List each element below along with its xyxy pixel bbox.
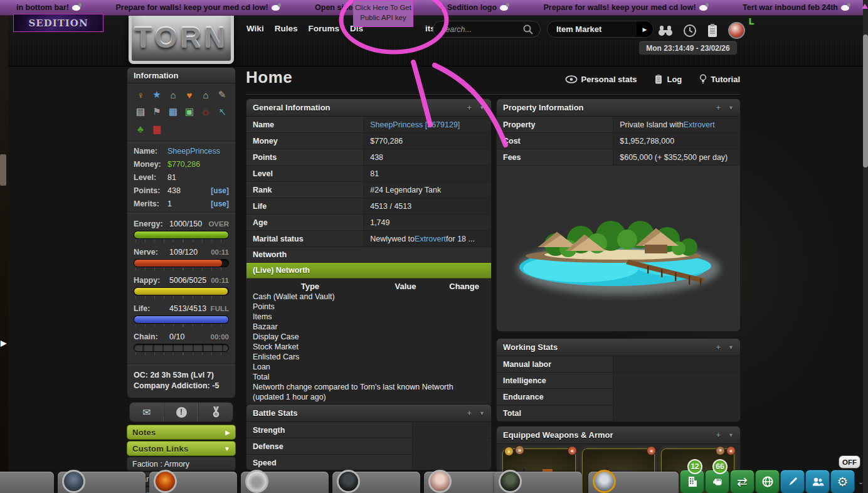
move-panel-icon[interactable]: + [716, 430, 721, 440]
bank-icon[interactable]: ⌂ [198, 89, 214, 100]
swap-button[interactable]: ⇄ [731, 470, 754, 493]
spouse-link[interactable]: Extrovert [684, 120, 715, 129]
mail-icon[interactable]: ✉ [130, 403, 164, 421]
building-icon [686, 475, 699, 488]
search-icon[interactable] [522, 24, 534, 35]
computer-icon[interactable]: ▣ [181, 106, 198, 117]
search-input[interactable]: search... [433, 21, 541, 38]
nav-rules[interactable]: Rules [275, 24, 298, 33]
lightbulb-icon [699, 74, 707, 85]
move-panel-icon[interactable]: + [467, 408, 472, 418]
information-panel: Information ♀★⌂♥⌂✎▤⚑▦▣●†♣▆ Name: SheepPr… [127, 68, 235, 398]
log-button[interactable]: Log [654, 74, 682, 85]
sidebar-expand-icon[interactable]: ▶ [1, 339, 6, 347]
scrollbar-up-arrow[interactable] [862, 4, 868, 9]
chat-tab[interactable] [332, 472, 420, 493]
settings-button[interactable]: ⚙ [831, 470, 854, 493]
spouse-link[interactable]: Extrovert [415, 235, 446, 243]
custom-links-bar[interactable]: Custom Links ▼ [127, 442, 235, 455]
education-icon[interactable]: ✎ [214, 89, 230, 100]
profile-level-row: Level: 81 [127, 171, 235, 184]
use-link[interactable]: [use] [211, 186, 229, 195]
player-avatar[interactable] [728, 22, 745, 39]
faction-count-badge: 66 [712, 459, 728, 474]
nav-forums[interactable]: Forums [308, 24, 339, 33]
drug-icon[interactable]: † [212, 102, 231, 122]
faction-icon[interactable]: ⚑ [149, 106, 165, 117]
awards-icon[interactable] [198, 403, 233, 421]
api-key-tooltip[interactable]: Click Here To Get Public API key [353, 0, 413, 27]
networth-type: Items [246, 312, 491, 322]
collapse-panel-icon[interactable]: ▼ [728, 344, 734, 351]
ticker-msg: in bottom bar! [16, 3, 80, 12]
table-row: Age1,749 [246, 215, 491, 231]
battle-stats-panel: Battle Stats + ▼ StrengthDefenseSpeed [246, 405, 491, 470]
missions-icon[interactable]: ▦ [165, 106, 181, 117]
personal-stats-button[interactable]: Personal stats [565, 74, 637, 85]
chat-tab[interactable] [494, 472, 582, 493]
profile-link[interactable]: SheepPrincess [2679129] [370, 120, 460, 129]
gear-icon: ⚙ [837, 475, 849, 488]
compose-button[interactable] [781, 470, 804, 493]
sheep-icon [841, 5, 849, 11]
unequip-icon[interactable]: « [568, 446, 577, 455]
torn-logo[interactable]: TORN [129, 11, 234, 64]
travel-button[interactable] [756, 470, 779, 493]
collapse-panel-icon[interactable]: ▼ [728, 105, 734, 111]
chat-tab[interactable] [58, 472, 146, 493]
ticker-msg: Tert war inbound feb 24th [743, 3, 849, 12]
chat-avatar [337, 470, 360, 493]
working-stats-panel: Working Stats + ▼ Manual laborIntelligen… [497, 339, 740, 421]
nav-wiki[interactable]: Wiki [246, 24, 264, 33]
announcement-bar: in bottom bar!Prepare for walls! keep yo… [0, 0, 868, 16]
cannabis-icon[interactable]: ♣ [132, 123, 149, 134]
clock-icon[interactable] [683, 24, 697, 38]
oc-info: OC: 2d 3h 53m (Lvl 7) Company Addiction:… [127, 367, 235, 395]
battle-stat-row: Strength [246, 422, 491, 438]
live-networth-row[interactable]: (Live) Networth [246, 263, 491, 278]
search-people-icon[interactable] [657, 24, 674, 36]
collapse-panel-icon[interactable]: ▼ [728, 432, 734, 438]
sheep-icon [72, 5, 80, 11]
job-icon[interactable]: ▤ [132, 106, 149, 117]
property-image [497, 166, 740, 331]
star-icon[interactable]: ★ [149, 89, 165, 100]
chat-tab[interactable] [241, 472, 329, 493]
left-edge-handle[interactable] [0, 154, 6, 186]
events-icon[interactable]: ! [164, 403, 198, 421]
item-market-select[interactable]: Item Market ▶ [547, 21, 654, 38]
networth-type: Loan [246, 362, 491, 372]
chevron-right-icon[interactable]: ▶ [637, 21, 653, 37]
private-island-image [502, 174, 734, 325]
move-panel-icon[interactable]: + [467, 103, 472, 112]
ammo-badge-icon[interactable]: › [504, 447, 514, 456]
unequip-icon[interactable]: « [726, 446, 736, 455]
bonus-badge-icon[interactable]: * [716, 446, 725, 455]
chat-tab-active[interactable] [588, 472, 679, 493]
unequip-icon[interactable]: « [647, 446, 656, 455]
friends-button[interactable] [806, 470, 829, 493]
donator-icon[interactable]: ● [198, 106, 214, 117]
tutorial-button[interactable]: Tutorial [699, 74, 740, 85]
move-panel-icon[interactable]: + [716, 103, 721, 112]
collapse-panel-icon[interactable]: ▼ [479, 410, 485, 416]
notes-bar[interactable]: Notes ▶ [127, 425, 235, 439]
scrollbar-thumb[interactable] [863, 34, 868, 167]
move-panel-icon[interactable]: + [716, 342, 721, 352]
information-panel-title: Information [127, 68, 235, 83]
collapse-panel-icon[interactable]: ▼ [479, 105, 485, 111]
table-row: NameSheepPrincess [2679129] [246, 117, 491, 133]
use-link[interactable]: [use] [211, 199, 229, 208]
col-type: Type [246, 282, 374, 291]
mod-badge-icon[interactable]: » [515, 445, 524, 455]
bank-upgrade-icon[interactable]: ⌂ [165, 89, 181, 100]
chat-off-toggle[interactable]: OFF [839, 455, 860, 469]
heart-icon[interactable]: ♥ [181, 89, 198, 100]
blood-bag-icon[interactable]: ▆ [149, 123, 165, 134]
notepad-icon[interactable] [706, 23, 719, 38]
sedition-logo[interactable]: SEDITION [13, 14, 103, 32]
swap-icon: ⇄ [737, 475, 748, 488]
sheep-icon [699, 5, 707, 11]
gender-icon[interactable]: ♀ [132, 89, 149, 100]
chat-tab[interactable] [149, 472, 237, 493]
